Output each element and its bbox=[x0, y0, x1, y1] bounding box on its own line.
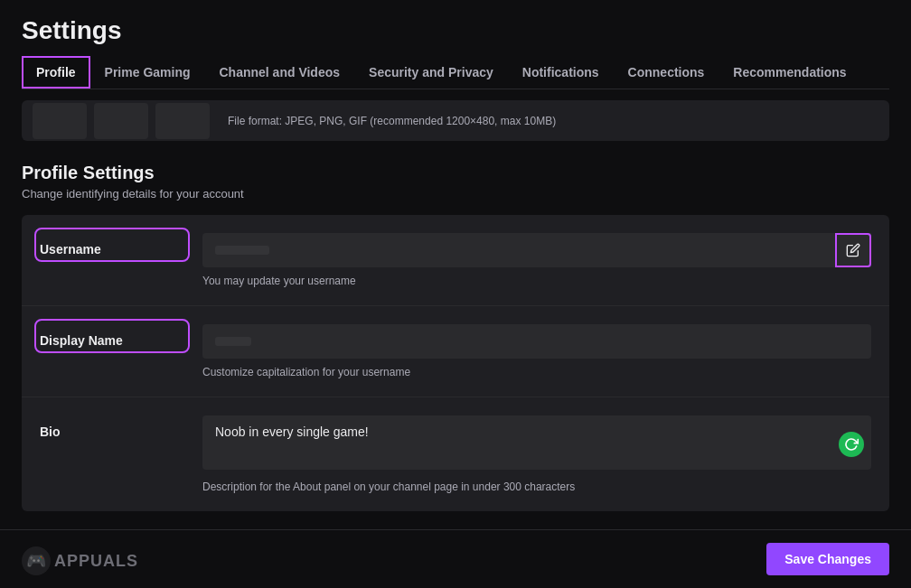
page-container: Settings Profile Prime Gaming Channel an… bbox=[0, 0, 911, 588]
bio-input[interactable] bbox=[202, 415, 871, 470]
username-label: Username bbox=[40, 233, 184, 257]
username-hint: You may update your username bbox=[202, 275, 871, 287]
tab-connections[interactable]: Connections bbox=[614, 56, 719, 89]
tab-profile[interactable]: Profile bbox=[22, 56, 90, 89]
section-header: Profile Settings Change identifying deta… bbox=[22, 163, 889, 201]
username-content: You may update your username bbox=[202, 233, 871, 287]
display-name-hint: Customize capitalization for your userna… bbox=[202, 366, 871, 378]
display-name-content: Customize capitalization for your userna… bbox=[202, 324, 871, 378]
settings-table: Username You may update your bbox=[22, 215, 889, 511]
bio-textarea-wrapper bbox=[202, 415, 871, 473]
image-thumbnails bbox=[33, 103, 210, 139]
bio-row: Bio Description for the About panel on y… bbox=[22, 397, 889, 511]
username-input-area bbox=[202, 233, 871, 267]
display-name-input-wrapper bbox=[202, 324, 871, 359]
watermark-icon: 🎮 bbox=[22, 546, 51, 575]
header: Settings Profile Prime Gaming Channel an… bbox=[0, 0, 911, 89]
upload-hint: File format: JPEG, PNG, GIF (recommended… bbox=[228, 115, 556, 127]
username-edit-button[interactable] bbox=[835, 233, 871, 267]
image-upload-area: File format: JPEG, PNG, GIF (recommended… bbox=[22, 100, 889, 141]
bio-refresh-button[interactable] bbox=[839, 432, 864, 457]
save-changes-button[interactable]: Save Changes bbox=[766, 543, 889, 575]
tab-prime-gaming[interactable]: Prime Gaming bbox=[90, 56, 205, 89]
page-title: Settings bbox=[22, 16, 889, 45]
image-thumb-3 bbox=[155, 103, 210, 139]
image-thumb-1 bbox=[33, 103, 87, 139]
edit-icon bbox=[846, 243, 860, 257]
bio-hint: Description for the About panel on your … bbox=[202, 481, 871, 493]
display-name-masked bbox=[215, 337, 251, 346]
watermark-text: APPUALS bbox=[54, 552, 138, 571]
tab-channel-videos[interactable]: Channel and Videos bbox=[205, 56, 355, 89]
refresh-icon bbox=[844, 437, 859, 452]
watermark: 🎮 APPUALS bbox=[22, 546, 138, 575]
tab-notifications[interactable]: Notifications bbox=[508, 56, 614, 89]
main-content: File format: JPEG, PNG, GIF (recommended… bbox=[0, 89, 911, 529]
image-thumb-2 bbox=[94, 103, 148, 139]
tab-security-privacy[interactable]: Security and Privacy bbox=[354, 56, 508, 89]
username-row: Username You may update your bbox=[22, 215, 889, 306]
nav-tabs: Profile Prime Gaming Channel and Videos … bbox=[22, 56, 889, 89]
profile-settings-title: Profile Settings bbox=[22, 163, 889, 183]
profile-settings-subtitle: Change identifying details for your acco… bbox=[22, 187, 889, 201]
bio-content: Description for the About panel on your … bbox=[202, 415, 871, 493]
bio-label: Bio bbox=[40, 415, 184, 439]
username-display bbox=[202, 233, 871, 267]
tab-recommendations[interactable]: Recommendations bbox=[718, 56, 860, 89]
display-name-label: Display Name bbox=[40, 324, 184, 348]
display-name-display bbox=[202, 324, 871, 359]
footer: 🎮 APPUALS Save Changes bbox=[0, 529, 911, 588]
display-name-row: Display Name Customize capitalization fo… bbox=[22, 306, 889, 397]
username-masked bbox=[215, 246, 269, 255]
